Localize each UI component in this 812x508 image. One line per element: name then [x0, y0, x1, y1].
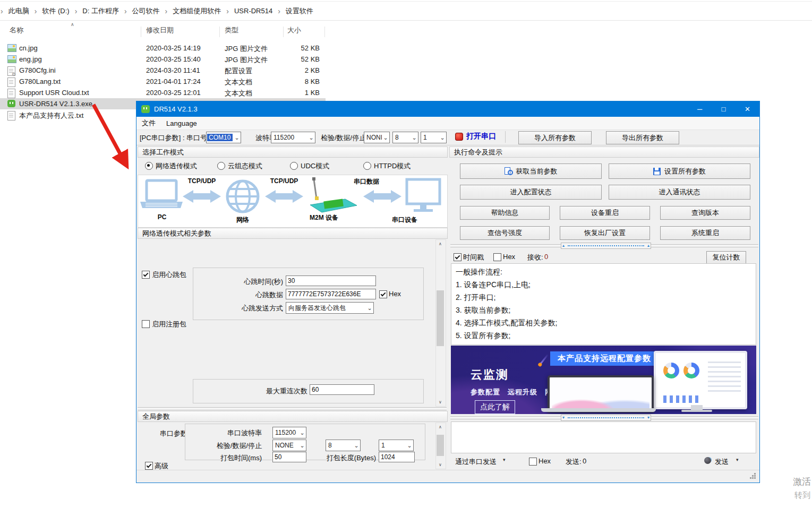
global-stop-bits-value: 1: [379, 442, 406, 449]
mode-radio-httpd[interactable]: [363, 162, 371, 170]
file-row-g780cfg-ini[interactable]: G780Cfg.ini 2024-03-20 11:41 配置设置 2 KB: [0, 65, 326, 76]
breadcrumb-work-programs[interactable]: D: 工作程序: [78, 6, 124, 16]
title-bar[interactable]: DR514 V2.1.3 ─ □ ✕: [136, 101, 759, 117]
work-mode-group-header: 选择工作模式: [138, 147, 448, 158]
receive-count-label: 接收:: [527, 253, 543, 262]
help-button[interactable]: 帮助信息: [460, 206, 550, 220]
heartbeat-time-input[interactable]: [286, 275, 376, 286]
scroll-up-icon[interactable]: ∧: [436, 423, 445, 431]
pack-len-input[interactable]: [379, 452, 415, 462]
net-params-scrollbar[interactable]: ∧ ∨: [435, 239, 446, 407]
stop-bits-select[interactable]: 1 ⌄: [421, 132, 447, 143]
receive-log-area[interactable]: 一般操作流程: 1. 设备连PC串口,上电; 2. 打开串口; 3. 获取当前参…: [451, 263, 756, 345]
file-row-support-usr-cloud-txt[interactable]: Support USR Cloud.txt 2020-03-25 12:01 文…: [0, 87, 326, 98]
file-row-eng-jpg[interactable]: eng.jpg 2020-03-25 15:40 JPG 图片文件 52 KB: [0, 54, 326, 65]
send-splitter-handle[interactable]: ▾ ▾: [561, 415, 651, 421]
baud-select[interactable]: 115200 ⌄: [271, 132, 315, 143]
breadcrumb-usr-dr514[interactable]: USR-DR514: [229, 7, 277, 15]
banner-laptop: [548, 375, 654, 412]
receive-splitter-handle[interactable]: ▴ ▴: [561, 243, 651, 249]
file-size: 1 KB: [270, 89, 320, 97]
reset-counter-button[interactable]: 复位计数: [706, 251, 746, 264]
send-channel-dropdown[interactable]: 通过串口发送: [455, 457, 497, 467]
laptop-base: [541, 408, 656, 412]
file-name: USR-DR514 V2.1.3.exe: [19, 100, 92, 108]
global-baud-select[interactable]: 115200 ⌄: [272, 427, 306, 438]
send-button[interactable]: 发送: [715, 457, 729, 467]
resize-grip[interactable]: [750, 473, 756, 479]
send-hex-checkbox[interactable]: [529, 458, 537, 466]
file-type: JPG 图片文件: [225, 44, 268, 54]
menu-language[interactable]: Language: [161, 119, 202, 127]
ini-file-icon: [7, 66, 15, 76]
dropdown-arrow-icon[interactable]: ▾: [503, 457, 506, 462]
left-panel-splitter[interactable]: [138, 407, 447, 410]
column-header-date[interactable]: 修改日期: [146, 25, 174, 38]
column-divider: [141, 27, 141, 37]
file-name: Support USR Cloud.txt: [19, 89, 89, 97]
scroll-up-icon[interactable]: ∧: [436, 240, 445, 248]
breadcrumb-company-software[interactable]: 公司软件: [127, 6, 165, 16]
app-icon: [141, 105, 150, 113]
file-row-cn-jpg[interactable]: cn.jpg 2020-03-25 14:19 JPG 图片文件 52 KB: [0, 42, 326, 54]
receive-hex-checkbox[interactable]: [493, 253, 501, 261]
query-version-button[interactable]: 查询版本: [660, 206, 750, 220]
export-params-button[interactable]: 导出所有参数: [606, 131, 679, 144]
close-button[interactable]: ✕: [736, 101, 759, 117]
global-parity-select[interactable]: NONE ⌄: [272, 440, 306, 451]
enter-comm-button[interactable]: 进入通讯状态: [609, 185, 750, 200]
factory-reset-button[interactable]: 恢复出厂设置: [560, 226, 650, 240]
breadcrumb-docs-software[interactable]: 文档组使用软件: [168, 6, 226, 16]
heartbeat-mode-select[interactable]: 向服务器发送心跳包 ⌄: [286, 302, 374, 314]
register-enable-checkbox[interactable]: [142, 320, 150, 328]
system-restart-button[interactable]: 系统重启: [660, 226, 750, 240]
scroll-down-icon[interactable]: ∨: [436, 461, 445, 469]
timestamp-checkbox[interactable]: [454, 253, 461, 261]
menu-file[interactable]: 文件: [136, 118, 161, 128]
breadcrumb-settings-software[interactable]: 设置软件: [281, 6, 318, 16]
file-row-g780lang-txt[interactable]: G780Lang.txt 2021-04-01 17:24 文本文档 8 KB: [0, 76, 326, 87]
send-input-area[interactable]: [451, 421, 756, 453]
parity-value: NONI: [364, 134, 382, 141]
advanced-checkbox[interactable]: [145, 462, 153, 470]
column-header-size[interactable]: 大小: [287, 25, 301, 38]
banner-cta-button[interactable]: 点此了解: [475, 400, 515, 414]
parity-select[interactable]: NONI ⌄: [364, 132, 390, 143]
serial-device-monitor-icon: [407, 179, 440, 212]
global-params-scrollbar[interactable]: ∧ ∨: [435, 423, 446, 469]
chevron-down-icon: ⌄: [439, 134, 446, 141]
minimize-button[interactable]: ─: [688, 101, 712, 117]
mode-radio-net-transparent[interactable]: [145, 162, 153, 170]
breadcrumb-drive[interactable]: 软件 (D:): [37, 6, 74, 16]
get-params-button[interactable]: 获取当前参数: [460, 163, 602, 179]
device-restart-button[interactable]: 设备重启: [560, 206, 650, 220]
import-params-button[interactable]: 导入所有参数: [518, 131, 592, 144]
heartbeat-mode-value: 向服务器发送心跳包: [286, 304, 366, 313]
scrollbar-thumb[interactable]: [437, 290, 444, 346]
global-baud-label: 串口波特率: [187, 428, 262, 438]
breadcrumb-this-pc[interactable]: 此电脑: [4, 6, 34, 16]
heartbeat-data-input[interactable]: [286, 289, 376, 299]
mode-radio-udc[interactable]: [290, 162, 298, 170]
column-header-type[interactable]: 类型: [225, 25, 238, 38]
heartbeat-hex-checkbox[interactable]: [379, 290, 387, 298]
query-signal-button[interactable]: 查信号强度: [460, 226, 550, 240]
pack-time-input[interactable]: [272, 452, 306, 462]
scrollbar-thumb[interactable]: [437, 435, 444, 456]
global-data-bits-select[interactable]: 8 ⌄: [326, 440, 361, 451]
global-stop-bits-select[interactable]: 1 ⌄: [379, 440, 414, 451]
scroll-down-icon[interactable]: ∨: [436, 398, 445, 406]
banner-monitor: [654, 351, 747, 409]
com-port-select[interactable]: COM10 ⌄: [206, 132, 241, 143]
mode-radio-cloud-scada[interactable]: [217, 162, 225, 170]
enter-config-button[interactable]: 进入配置状态: [460, 185, 602, 200]
max-reconnect-input[interactable]: [310, 384, 374, 395]
dropdown-arrow-icon[interactable]: ▾: [736, 457, 739, 462]
open-port-button[interactable]: 打开串口: [455, 132, 496, 141]
column-header-name[interactable]: 名称: [10, 25, 23, 38]
breadcrumb-separator-icon: ›: [34, 7, 38, 15]
data-bits-select[interactable]: 8 ⌄: [392, 132, 418, 143]
heartbeat-enable-checkbox[interactable]: [142, 271, 150, 279]
maximize-button[interactable]: □: [712, 101, 736, 117]
set-params-button[interactable]: 设置所有参数: [609, 163, 750, 179]
